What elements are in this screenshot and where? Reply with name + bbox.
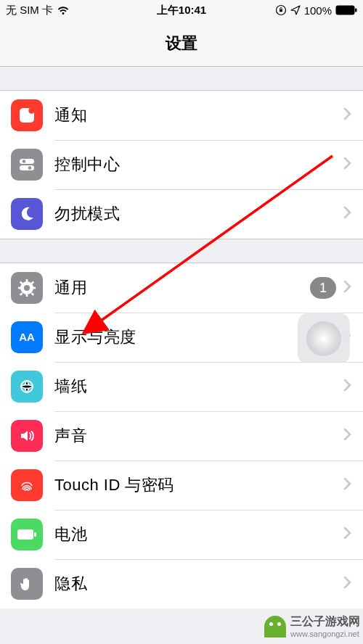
row-label: 通用 bbox=[54, 277, 310, 299]
svg-point-11 bbox=[24, 285, 30, 291]
svg-rect-6 bbox=[20, 159, 34, 164]
row-touch-id[interactable]: Touch ID 与密码 bbox=[0, 461, 363, 510]
svg-rect-17 bbox=[30, 292, 34, 296]
svg-rect-13 bbox=[26, 294, 28, 297]
row-battery[interactable]: 电池 bbox=[0, 510, 363, 559]
watermark-logo-icon bbox=[264, 616, 286, 637]
chevron-right-icon bbox=[343, 379, 352, 395]
row-do-not-disturb[interactable]: 勿扰模式 bbox=[0, 189, 363, 239]
row-label: 通知 bbox=[54, 104, 343, 126]
watermark: 三公子游戏网 www.sangongzi.net bbox=[260, 611, 363, 641]
row-control-center[interactable]: 控制中心 bbox=[0, 140, 363, 189]
assistive-touch-button[interactable] bbox=[298, 313, 350, 365]
clock-text: 上午10:41 bbox=[0, 4, 363, 17]
do-not-disturb-icon bbox=[11, 198, 43, 230]
display-icon: AA bbox=[11, 321, 43, 353]
notifications-icon bbox=[11, 99, 43, 131]
row-sound[interactable]: 声音 bbox=[0, 411, 363, 461]
svg-rect-24 bbox=[34, 532, 36, 537]
svg-rect-14 bbox=[18, 287, 21, 289]
chevron-right-icon bbox=[343, 428, 352, 444]
row-label: 墙纸 bbox=[54, 376, 343, 397]
svg-rect-12 bbox=[26, 279, 28, 282]
watermark-text: 三公子游戏网 bbox=[290, 614, 360, 629]
row-privacy[interactable]: 隐私 bbox=[0, 559, 363, 608]
svg-rect-19 bbox=[20, 292, 23, 296]
row-label: 隐私 bbox=[54, 573, 343, 595]
svg-point-5 bbox=[28, 107, 34, 113]
status-bar: 无 SIM 卡 上午10:41 100% bbox=[0, 0, 363, 20]
svg-rect-15 bbox=[33, 287, 36, 289]
row-notifications[interactable]: 通知 bbox=[0, 91, 363, 140]
row-label: 勿扰模式 bbox=[54, 203, 343, 225]
row-label: 控制中心 bbox=[54, 154, 343, 176]
page-title: 设置 bbox=[166, 33, 197, 54]
row-label: 声音 bbox=[54, 425, 343, 447]
svg-text:AA: AA bbox=[19, 331, 35, 343]
chevron-right-icon bbox=[343, 477, 352, 493]
settings-group-2: 通用 1 AA 显示与亮度 墙纸 声音 Touch ID 与密码 bbox=[0, 263, 363, 608]
svg-rect-8 bbox=[20, 165, 34, 170]
touch-id-icon bbox=[11, 469, 43, 501]
watermark-url: www.sangongzi.net bbox=[290, 629, 360, 638]
section-gap bbox=[0, 239, 363, 263]
badge-count: 1 bbox=[310, 277, 336, 299]
row-wallpaper[interactable]: 墙纸 bbox=[0, 362, 363, 411]
svg-point-7 bbox=[23, 160, 25, 162]
privacy-icon bbox=[11, 568, 43, 600]
control-center-icon bbox=[11, 149, 43, 181]
chevron-right-icon bbox=[343, 576, 352, 592]
svg-point-9 bbox=[28, 166, 31, 169]
settings-group-1: 通知 控制中心 勿扰模式 bbox=[0, 90, 363, 239]
battery-row-icon bbox=[11, 519, 43, 550]
chevron-right-icon bbox=[343, 527, 352, 542]
section-gap bbox=[0, 67, 363, 90]
row-display-brightness[interactable]: AA 显示与亮度 bbox=[0, 313, 363, 362]
chevron-right-icon bbox=[343, 157, 352, 173]
header: 设置 bbox=[0, 20, 363, 67]
svg-rect-23 bbox=[17, 529, 33, 540]
chevron-right-icon bbox=[343, 107, 352, 123]
row-label: 电池 bbox=[54, 524, 343, 545]
chevron-right-icon bbox=[343, 280, 352, 296]
sound-icon bbox=[11, 420, 43, 452]
general-icon bbox=[11, 272, 43, 304]
row-label: Touch ID 与密码 bbox=[54, 474, 343, 496]
chevron-right-icon bbox=[343, 206, 352, 222]
row-general[interactable]: 通用 1 bbox=[0, 263, 363, 313]
wallpaper-icon bbox=[11, 371, 43, 402]
